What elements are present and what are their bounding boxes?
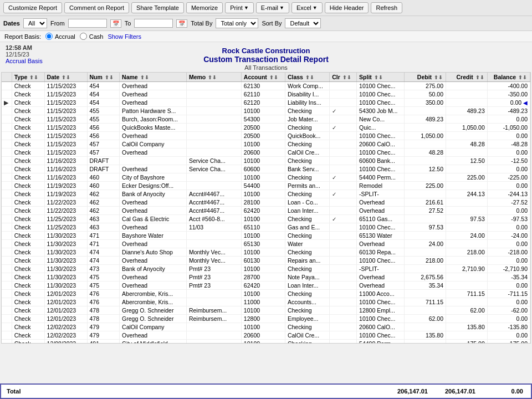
row-debit: 50.00 bbox=[405, 90, 446, 99]
row-memo bbox=[186, 149, 241, 157]
table-row[interactable]: Check 11/30/2023 474 Overhead Monthly Ve… bbox=[2, 257, 530, 265]
table-row[interactable]: Check 11/22/2023 462 Overhead Accnt#4467… bbox=[2, 207, 530, 215]
row-nav-arrow bbox=[2, 198, 12, 207]
table-row[interactable]: Check 12/02/2023 479 CalOil Company 1010… bbox=[2, 323, 530, 331]
col-debit-header[interactable]: Debit ⬆⬇ bbox=[405, 73, 446, 82]
table-row[interactable]: Check 11/16/2023 DRAFT Overhead Service … bbox=[2, 165, 530, 173]
col-split-header[interactable]: Split ⬆⬇ bbox=[357, 73, 405, 82]
print-button[interactable]: Print ▼ bbox=[225, 2, 254, 13]
table-row[interactable]: Check 12/01/2023 476 Abercrombie, Kris..… bbox=[2, 298, 530, 306]
accrual-radio-label[interactable]: Accrual bbox=[45, 33, 75, 40]
row-credit bbox=[446, 82, 488, 90]
table-row[interactable]: Check 11/15/2023 457 CalOil Company 1010… bbox=[2, 140, 530, 149]
col-balance-header[interactable]: Balance ⬆⬇ bbox=[487, 73, 530, 82]
accrual-radio[interactable] bbox=[45, 33, 53, 40]
row-type: Check bbox=[12, 232, 44, 240]
table-row[interactable]: Check 11/30/2023 474 Dianne's Auto Shop … bbox=[2, 248, 530, 257]
filter-bar: Dates All From 📅 To 📅 Total By Total onl… bbox=[0, 16, 532, 31]
row-date: 11/19/2023 bbox=[44, 190, 87, 198]
row-num: 471 bbox=[87, 240, 120, 248]
dates-select[interactable]: All bbox=[23, 18, 47, 28]
row-split: 10100 Chec... bbox=[357, 165, 405, 173]
table-row[interactable]: Check 11/19/2023 462 Bank of Anyocity Ac… bbox=[2, 190, 530, 198]
total-by-select[interactable]: Total only bbox=[216, 18, 258, 28]
col-name-header[interactable]: Name ⬆⬇ bbox=[120, 73, 187, 82]
row-credit: 175.00 bbox=[446, 340, 488, 344]
row-balance: -62.00 bbox=[487, 306, 530, 315]
row-split: 54300 Job M... bbox=[357, 107, 405, 115]
table-row[interactable]: Check 11/30/2023 475 Overhead Pmt# 23 62… bbox=[2, 282, 530, 290]
excel-dropdown-arrow[interactable]: ▼ bbox=[313, 5, 318, 11]
row-date: 11/16/2023 bbox=[44, 173, 87, 182]
col-num-header[interactable]: Num ⬆⬇ bbox=[87, 73, 120, 82]
table-row[interactable]: Check 12/01/2023 478 Gregg O. Schneider … bbox=[2, 315, 530, 323]
row-class: Checking bbox=[285, 340, 329, 344]
table-row[interactable]: Check 12/08/2023 491 City of Middlefield… bbox=[2, 340, 530, 344]
to-calendar-icon[interactable]: 📅 bbox=[176, 19, 187, 28]
share-template-button[interactable]: Share Template bbox=[131, 2, 184, 13]
row-credit: 489.23 bbox=[446, 107, 488, 115]
row-account: 10100 bbox=[241, 140, 285, 149]
col-date-header[interactable]: Date ⬆⬇ bbox=[44, 73, 87, 82]
table-row[interactable]: Check 11/30/2023 471 Bayshore Water 1010… bbox=[2, 232, 530, 240]
table-row[interactable]: Check 11/15/2023 455 Burch, Jason:Room..… bbox=[2, 115, 530, 124]
row-nav-arrow bbox=[2, 190, 12, 198]
refresh-button[interactable]: Refresh bbox=[371, 2, 402, 13]
col-credit-header[interactable]: Credit ⬆⬇ bbox=[446, 73, 488, 82]
row-credit bbox=[446, 240, 488, 248]
table-row[interactable]: Check 11/15/2023 456 QuickBooks Maste...… bbox=[2, 124, 530, 132]
row-account: 10100 bbox=[241, 340, 285, 344]
accrual-basis-link[interactable]: Accrual Basis bbox=[6, 58, 43, 64]
table-row[interactable]: Check 11/15/2023 457 Overhead 20600 CalO… bbox=[2, 149, 530, 157]
sort-by-select[interactable]: Default bbox=[285, 18, 321, 28]
table-row[interactable]: Check 11/15/2023 455 Patton Hardware S..… bbox=[2, 107, 530, 115]
customize-report-button[interactable]: Customize Report bbox=[3, 2, 62, 13]
table-row[interactable]: ▶ Check 11/15/2023 454 Overhead 62120 Li… bbox=[2, 99, 530, 107]
table-row[interactable]: Check 11/15/2023 454 Overhead 62110 Disa… bbox=[2, 90, 530, 99]
row-debit: 489.23 bbox=[405, 115, 446, 124]
show-filters-link[interactable]: Show Filters bbox=[108, 33, 141, 40]
to-date-input[interactable] bbox=[134, 19, 173, 28]
col-account-header[interactable]: Account ⬆⬇ bbox=[241, 73, 285, 82]
row-split: 20600 CalO... bbox=[357, 140, 405, 149]
table-row[interactable]: Check 11/30/2023 471 Overhead 65130 Wate… bbox=[2, 240, 530, 248]
table-row[interactable]: Check 11/22/2023 462 Overhead Accnt#4467… bbox=[2, 198, 530, 207]
table-row[interactable]: Check 12/01/2023 476 Abercrombie, Kris..… bbox=[2, 290, 530, 298]
email-button[interactable]: E-mail ▼ bbox=[256, 2, 289, 13]
table-row[interactable]: Check 11/15/2023 456 Overhead 20500 Quic… bbox=[2, 132, 530, 140]
table-row[interactable]: Check 11/30/2023 475 Overhead Pmt# 23 28… bbox=[2, 273, 530, 282]
col-class-header[interactable]: Class ⬆⬇ bbox=[285, 73, 329, 82]
row-debit bbox=[405, 265, 446, 273]
from-calendar-icon[interactable]: 📅 bbox=[110, 19, 121, 28]
table-row[interactable]: Check 11/16/2023 DRAFT Service Cha... 10… bbox=[2, 157, 530, 165]
row-class: Checking bbox=[285, 157, 329, 165]
col-memo-header[interactable]: Memo ⬆⬇ bbox=[186, 73, 241, 82]
table-row[interactable]: Check 12/01/2023 478 Gregg O. Schneider … bbox=[2, 306, 530, 315]
table-row[interactable]: Check 11/30/2023 473 Bank of Anyocity Pm… bbox=[2, 265, 530, 273]
table-row[interactable]: Check 12/02/2023 479 Overhead 20600 CalO… bbox=[2, 331, 530, 340]
email-dropdown-arrow[interactable]: ▼ bbox=[279, 5, 284, 11]
col-type-header[interactable]: Type ⬆⬇ bbox=[12, 73, 44, 82]
row-type: Check bbox=[12, 240, 44, 248]
table-row[interactable]: Check 11/16/2023 460 City of Bayshore 10… bbox=[2, 173, 530, 182]
col-clr-header[interactable]: Clr ⬆⬇ bbox=[330, 73, 357, 82]
table-row[interactable]: Check 11/25/2023 463 Cal Gas & Electric … bbox=[2, 215, 530, 223]
from-date-input[interactable] bbox=[68, 19, 107, 28]
row-class: Checking bbox=[285, 140, 329, 149]
row-clr bbox=[330, 232, 357, 240]
table-row[interactable]: Check 11/19/2023 460 Ecker Designs:Off..… bbox=[2, 182, 530, 190]
memorize-button[interactable]: Memorize bbox=[186, 2, 223, 13]
row-split: 10100 Chec... bbox=[357, 331, 405, 340]
excel-button[interactable]: Excel ▼ bbox=[291, 2, 323, 13]
row-memo bbox=[186, 90, 241, 99]
table-row[interactable]: Check 11/15/2023 454 Overhead 62130 Work… bbox=[2, 82, 530, 90]
cash-radio-label[interactable]: Cash bbox=[80, 33, 104, 40]
comment-on-report-button[interactable]: Comment on Report bbox=[64, 2, 129, 13]
cash-radio[interactable] bbox=[80, 33, 87, 40]
row-name: Overhead bbox=[120, 273, 187, 282]
print-dropdown-arrow[interactable]: ▼ bbox=[244, 5, 249, 11]
row-num: 456 bbox=[87, 132, 120, 140]
table-row[interactable]: Check 11/25/2023 463 Overhead 11/03 6511… bbox=[2, 223, 530, 232]
row-memo bbox=[186, 240, 241, 248]
hide-header-button[interactable]: Hide Header bbox=[325, 2, 369, 13]
